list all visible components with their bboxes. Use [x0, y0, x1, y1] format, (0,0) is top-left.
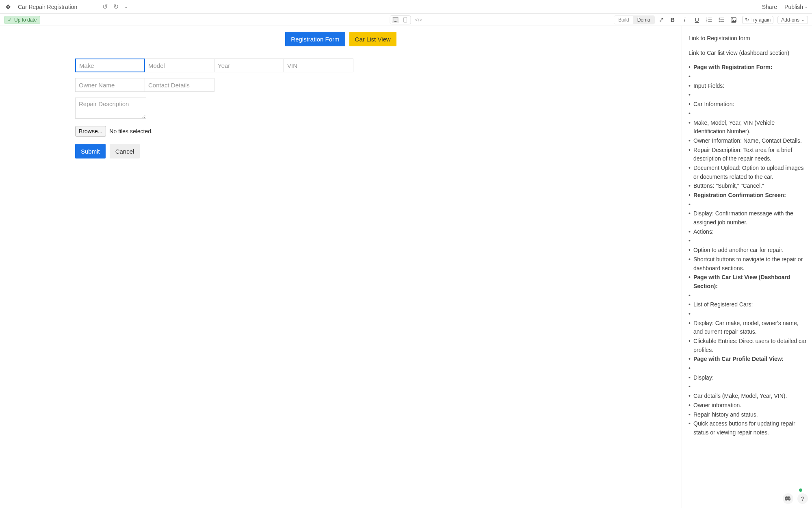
notes-item: Registration Confirmation Screen: [689, 191, 807, 200]
publish-label: Publish [784, 4, 803, 10]
addons-button[interactable]: Add-ons ⌄ [777, 16, 808, 24]
notes-item: Repair Description: Text area for a brie… [689, 146, 807, 163]
make-input[interactable] [75, 59, 145, 72]
svg-point-9 [719, 17, 719, 18]
notes-item: Quick access buttons for updating repair… [689, 419, 807, 437]
main-area: Registration Form Car List View Browse..… [0, 26, 812, 508]
app-logo-icon[interactable] [4, 3, 12, 11]
notes-item: Car Information: [689, 100, 807, 109]
svg-point-13 [719, 21, 719, 22]
notes-item [689, 91, 807, 100]
publish-button[interactable]: Publish ⌄ [784, 4, 808, 10]
notes-item [689, 364, 807, 373]
history-dropdown-icon[interactable]: ⌄ [124, 4, 128, 9]
nav-buttons: Registration Form Car List View [0, 32, 682, 46]
notes-item [689, 200, 807, 209]
notes-item [689, 237, 807, 245]
try-again-button[interactable]: ↻ Try again [742, 16, 774, 24]
build-button[interactable]: Build [614, 16, 633, 24]
notes-item [689, 72, 807, 81]
svg-rect-10 [720, 17, 724, 18]
notes-item: Page with Registration Form: [689, 63, 807, 72]
format-group: B i U 123 [668, 15, 738, 24]
italic-button[interactable]: i [680, 15, 689, 24]
notes-item: Document Upload: Option to upload images… [689, 164, 807, 181]
svg-rect-14 [720, 21, 724, 22]
year-input[interactable] [214, 59, 284, 72]
notes-item: Page with Car Profile Detail View: [689, 355, 807, 364]
redo-icon[interactable]: ↻ [113, 3, 119, 11]
notes-item: Page with Car List View (Dashboard Secti… [689, 273, 807, 291]
discord-icon[interactable] [783, 493, 793, 504]
notes-item: Car details (Make, Model, Year, VIN). [689, 392, 807, 401]
file-status-text: No files selected. [109, 128, 153, 135]
image-button[interactable] [729, 15, 738, 24]
repair-description-textarea[interactable] [75, 98, 146, 119]
canvas-area: Registration Form Car List View Browse..… [0, 26, 682, 508]
notes-item: Display: [689, 373, 807, 382]
notes-item: Option to add another car for repair. [689, 246, 807, 255]
notes-item: Shortcut buttons to navigate to the repa… [689, 255, 807, 273]
svg-point-16 [732, 18, 733, 19]
underline-button[interactable]: U [693, 15, 702, 24]
presence-indicator [799, 488, 802, 492]
bold-button[interactable]: B [668, 15, 677, 24]
notes-item: Buttons: "Submit," "Cancel." [689, 182, 807, 191]
notes-item: Clickable Entries: Direct users to detai… [689, 337, 807, 354]
notes-item: List of Registered Cars: [689, 300, 807, 309]
notes-panel[interactable]: Link to Registration form Link to Car li… [682, 26, 812, 508]
demo-button[interactable]: Demo [633, 16, 654, 24]
chevron-down-icon: ⌄ [805, 4, 808, 9]
browse-button[interactable]: Browse... [75, 126, 106, 137]
ordered-list-button[interactable]: 123 [705, 15, 714, 24]
expand-icon[interactable]: ⤢ [659, 16, 664, 24]
registration-form: Browse... No files selected. Submit Canc… [75, 59, 384, 158]
submit-button[interactable]: Submit [75, 144, 106, 158]
svg-text:3: 3 [706, 21, 708, 23]
undo-redo-group: ↺ ↻ ⌄ [102, 3, 128, 11]
notes-item: Make, Model, Year, VIN (Vehicle Identifi… [689, 119, 807, 136]
notes-link-registration: Link to Registration form [689, 34, 807, 43]
notes-item: Owner Information: Name, Contact Details… [689, 137, 807, 145]
notes-item [689, 382, 807, 391]
addons-label: Add-ons [781, 17, 799, 23]
svg-rect-2 [403, 17, 407, 22]
check-icon: ✓ [8, 17, 12, 23]
car-list-view-button[interactable]: Car List View [349, 32, 396, 46]
notes-item: Actions: [689, 228, 807, 237]
device-toggle [390, 15, 411, 24]
notes-item: Owner information. [689, 401, 807, 410]
owner-name-input[interactable] [75, 78, 145, 92]
svg-rect-8 [708, 21, 712, 22]
refresh-icon: ↻ [745, 17, 749, 23]
code-icon[interactable]: </> [415, 17, 422, 23]
status-badge: ✓ Up to date [4, 16, 40, 24]
unordered-list-button[interactable] [717, 15, 726, 24]
notes-item [689, 109, 807, 118]
notes-item: Display: Confirmation message with the a… [689, 209, 807, 227]
notes-item: Input Fields: [689, 82, 807, 91]
cancel-button[interactable]: Cancel [110, 144, 140, 158]
notes-item: Repair history and status. [689, 410, 807, 419]
desktop-icon[interactable] [392, 17, 399, 23]
status-text: Up to date [14, 17, 37, 23]
contact-details-input[interactable] [145, 78, 214, 92]
svg-rect-6 [708, 20, 712, 20]
notes-item [689, 310, 807, 319]
undo-icon[interactable]: ↺ [102, 3, 108, 11]
svg-rect-0 [393, 17, 398, 21]
app-title: Car Repair Registration [18, 4, 77, 10]
top-toolbar: Car Repair Registration ↺ ↻ ⌄ Share Publ… [0, 0, 812, 14]
mobile-icon[interactable] [401, 17, 409, 23]
notes-item [689, 291, 807, 300]
model-input[interactable] [145, 59, 214, 72]
share-label: Share [762, 4, 777, 10]
registration-form-button[interactable]: Registration Form [285, 32, 345, 46]
help-icon[interactable]: ? [797, 493, 808, 504]
svg-rect-1 [394, 21, 396, 22]
notes-link-carlist: Link to Car list view (dashboard section… [689, 49, 807, 58]
share-button[interactable]: Share [762, 4, 777, 10]
fab-row: ? [783, 493, 808, 504]
vin-input[interactable] [284, 59, 353, 72]
sub-toolbar: ✓ Up to date </> Build Demo ⤢ B i U 123 [0, 14, 812, 26]
